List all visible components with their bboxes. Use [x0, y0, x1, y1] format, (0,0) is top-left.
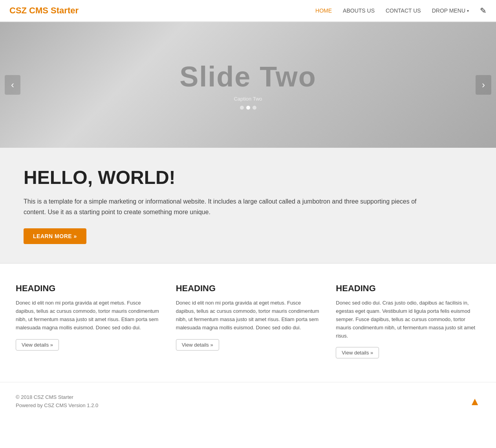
card-1: HEADING Donec id elit non mi porta gravi… [16, 283, 160, 358]
brand-logo[interactable]: CSZ CMS Starter [9, 6, 79, 16]
carousel-next-button[interactable]: › [476, 75, 491, 95]
footer-text: © 2018 CSZ CMS Starter Powered by CSZ CM… [16, 393, 98, 410]
nav-dropdown-toggle[interactable]: DROP MENU ▾ [432, 7, 469, 14]
card-3-heading: HEADING [336, 283, 480, 294]
footer-powered-by: Powered by CSZ CMS Version 1.2.0 [16, 402, 98, 410]
cards-section: HEADING Donec id elit non mi porta gravi… [0, 264, 496, 382]
card-2-body: Donec id elit non mi porta gravida at eg… [176, 299, 320, 332]
carousel-indicator-1[interactable] [240, 106, 244, 110]
card-1-details-button[interactable]: View details » [16, 339, 59, 351]
carousel-title: Slide Two [179, 61, 317, 93]
carousel-inner: Slide Two Caption Two [179, 61, 317, 110]
nav-menu: HOME ABOUTS US CONTACT US DROP MENU ▾ ✎ [315, 6, 487, 15]
user-icon[interactable]: ✎ [480, 6, 487, 15]
chevron-down-icon: ▾ [467, 9, 469, 13]
scroll-to-top-button[interactable]: ▲ [469, 395, 480, 408]
card-2-heading: HEADING [176, 283, 320, 294]
card-3-details-button[interactable]: View details » [336, 347, 379, 358]
carousel: ‹ Slide Two Caption Two › [0, 22, 496, 148]
nav-item-contact[interactable]: CONTACT US [386, 7, 421, 14]
nav-link-contact[interactable]: CONTACT US [386, 7, 421, 14]
nav-link-abouts[interactable]: ABOUTS US [343, 7, 375, 14]
carousel-indicator-3[interactable] [253, 106, 256, 110]
card-1-heading: HEADING [16, 283, 160, 294]
carousel-indicators [179, 106, 317, 110]
jumbotron-heading: HELLO, WORLD! [24, 167, 472, 188]
card-1-body: Donec id elit non mi porta gravida at eg… [16, 299, 160, 332]
card-2-details-button[interactable]: View details » [176, 339, 219, 351]
card-3-body: Donec sed odio dui. Cras justo odio, dap… [336, 299, 480, 340]
learn-more-button[interactable]: LEARN MORE » [24, 228, 86, 244]
nav-dropdown-label: DROP MENU [432, 7, 465, 14]
jumbotron-body: This is a template for a simple marketin… [24, 196, 436, 217]
cards-row: HEADING Donec id elit non mi porta gravi… [16, 283, 480, 358]
footer: © 2018 CSZ CMS Starter Powered by CSZ CM… [0, 382, 496, 421]
footer-copyright: © 2018 CSZ CMS Starter [16, 393, 98, 402]
nav-item-user[interactable]: ✎ [480, 6, 487, 15]
carousel-caption: Caption Two [179, 96, 317, 102]
carousel-indicator-2[interactable] [246, 106, 250, 110]
nav-item-dropdown[interactable]: DROP MENU ▾ [432, 7, 469, 14]
jumbotron: HELLO, WORLD! This is a template for a s… [0, 148, 496, 263]
nav-item-home[interactable]: HOME [315, 7, 332, 14]
nav-item-abouts[interactable]: ABOUTS US [343, 7, 375, 14]
navbar: CSZ CMS Starter HOME ABOUTS US CONTACT U… [0, 0, 496, 22]
card-2: HEADING Donec id elit non mi porta gravi… [176, 283, 320, 358]
card-3: HEADING Donec sed odio dui. Cras justo o… [336, 283, 480, 358]
nav-link-home[interactable]: HOME [315, 7, 332, 14]
carousel-prev-button[interactable]: ‹ [5, 75, 20, 95]
